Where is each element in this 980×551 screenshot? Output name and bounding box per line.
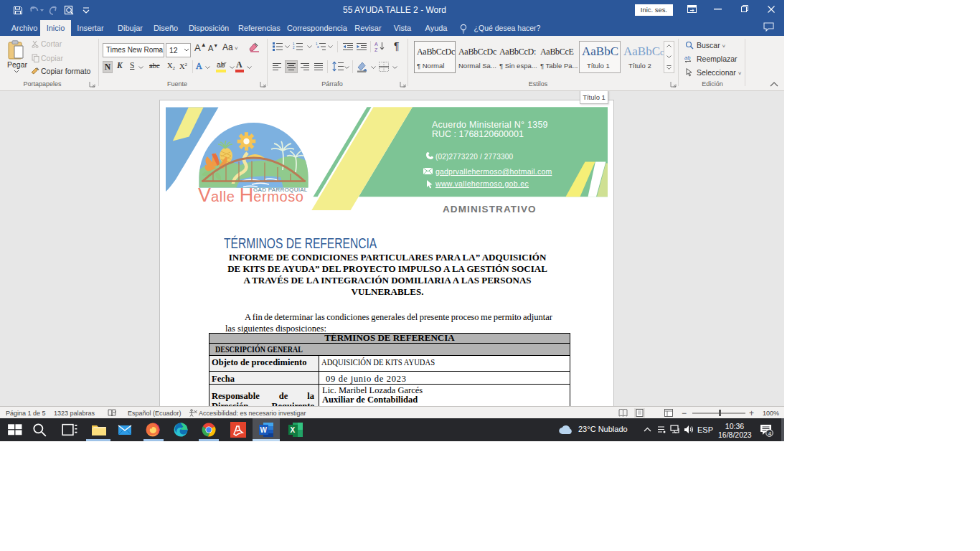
svg-text:www.vallehermoso.gob.ec: www.vallehermoso.gob.ec: [435, 179, 529, 188]
svg-text:X: X: [291, 426, 296, 434]
svg-text:W: W: [260, 426, 268, 434]
svg-text:a: a: [317, 45, 319, 49]
svg-text:RUC : 1768120600001: RUC : 1768120600001: [432, 129, 524, 139]
svg-text:A: A: [374, 42, 378, 47]
svg-text:2: 2: [293, 46, 295, 50]
svg-text:Z: Z: [374, 47, 378, 52]
svg-text:gadprvallehermoso@hotmail.com: gadprvallehermoso@hotmail.com: [435, 167, 552, 176]
svg-text:(02)2773220 / 2773300: (02)2773220 / 2773300: [435, 153, 513, 161]
svg-text:4: 4: [768, 430, 771, 437]
